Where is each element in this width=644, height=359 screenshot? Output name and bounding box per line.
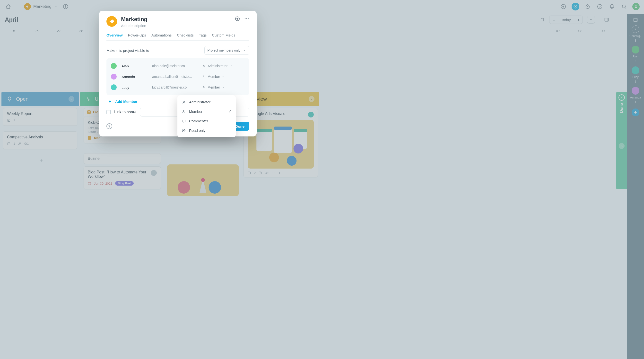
svg-point-48 — [248, 18, 249, 19]
member-avatar — [111, 74, 117, 80]
watch-icon[interactable] — [235, 16, 240, 22]
visibility-label: Make this project visible to — [106, 48, 149, 53]
member-role: Member — [208, 75, 220, 79]
member-name: Lucy — [122, 85, 148, 90]
member-role: Member — [208, 85, 220, 89]
role-option-member[interactable]: Member ✓ — [178, 107, 236, 116]
svg-point-52 — [183, 101, 184, 102]
svg-point-46 — [245, 18, 246, 19]
svg-point-50 — [204, 76, 204, 77]
role-option-label: Administrator — [189, 100, 210, 104]
add-member-button[interactable]: + Add Member — [108, 99, 137, 104]
modal-subtitle[interactable]: Add description — [121, 24, 148, 28]
member-role: Administrator — [208, 64, 228, 68]
svg-point-47 — [246, 18, 247, 19]
svg-point-45 — [237, 18, 238, 20]
tab-automations[interactable]: Automations — [152, 33, 172, 40]
tab-overview[interactable]: Overview — [106, 33, 123, 40]
tab-custom-fields[interactable]: Custom Fields — [212, 33, 235, 40]
member-row: Amanda amanda.ballion@meiste… Member — [110, 71, 246, 82]
member-role-select[interactable]: Member — [202, 75, 245, 79]
modal-tabs: Overview Power-Ups Automations Checklist… — [106, 33, 249, 41]
svg-point-57 — [183, 130, 184, 131]
tab-checklists[interactable]: Checklists — [177, 33, 194, 40]
svg-point-51 — [204, 86, 204, 87]
tab-power-ups[interactable]: Power-Ups — [128, 33, 146, 40]
check-icon: ✓ — [228, 109, 231, 114]
member-email: lucy.cargill@meister.co — [152, 85, 198, 89]
plus-icon: + — [108, 99, 112, 104]
svg-point-49 — [204, 65, 204, 66]
help-icon[interactable]: ? — [106, 123, 112, 129]
link-share-label: Link to share — [114, 110, 136, 114]
project-badge-icon — [106, 16, 117, 27]
member-name: Alan — [122, 64, 148, 68]
more-icon[interactable] — [244, 16, 249, 22]
member-role-select[interactable]: Member — [202, 85, 245, 89]
svg-rect-55 — [182, 120, 185, 122]
role-option-label: Commenter — [189, 119, 208, 123]
member-row: Lucy lucy.cargill@meister.co Member — [110, 82, 246, 93]
member-name: Amanda — [122, 75, 148, 79]
role-option-label: Read only — [189, 128, 206, 133]
link-share-checkbox[interactable] — [106, 110, 111, 114]
visibility-select[interactable]: Project members only — [204, 46, 249, 55]
member-avatar — [111, 84, 117, 90]
modal-backdrop[interactable] — [0, 0, 644, 359]
member-email: amanda.ballion@meiste… — [152, 75, 198, 79]
member-email: alan.dale@meister.co — [152, 64, 198, 68]
svg-point-53 — [184, 101, 185, 101]
role-popover: Administrator ✓ Member ✓ Commenter ✓ Rea… — [178, 95, 236, 137]
role-option-readonly[interactable]: Read only ✓ — [178, 126, 236, 135]
members-list: Alan alan.dale@meister.co Administrator … — [106, 58, 249, 95]
role-option-label: Member — [189, 110, 202, 114]
visibility-value: Project members only — [208, 48, 240, 52]
svg-point-54 — [183, 110, 184, 111]
role-option-commenter[interactable]: Commenter ✓ — [178, 116, 236, 126]
modal-title: Marketing — [121, 16, 148, 23]
member-row: Alan alan.dale@meister.co Administrator — [110, 61, 246, 71]
tab-tags[interactable]: Tags — [199, 33, 207, 40]
member-role-select[interactable]: Administrator — [202, 64, 245, 68]
member-avatar — [111, 63, 117, 69]
role-option-administrator[interactable]: Administrator ✓ — [178, 97, 236, 107]
add-member-label: Add Member — [115, 100, 137, 104]
